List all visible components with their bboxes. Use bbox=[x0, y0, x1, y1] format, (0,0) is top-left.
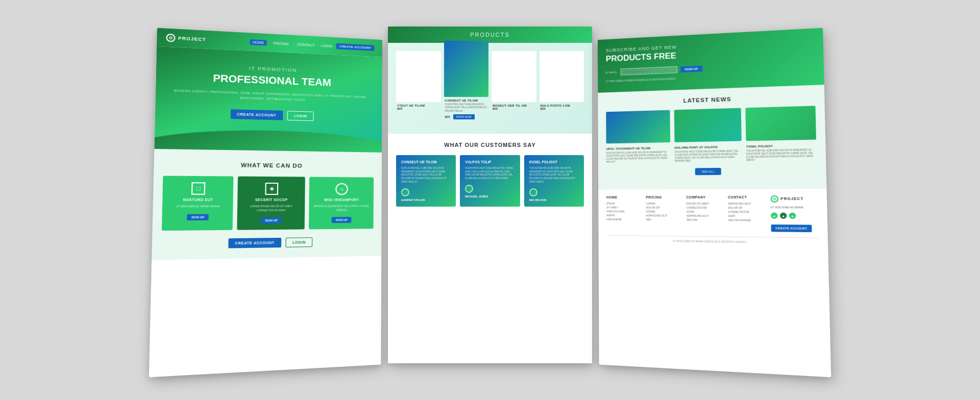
testimonial-1-avatar bbox=[401, 188, 409, 196]
footer-home-link-2[interactable]: SIT AMET bbox=[606, 206, 642, 209]
customers-title: WHAT OUR CUSTOMERS SAY bbox=[396, 142, 584, 148]
service-card-2-title: SECERIT SOCOP bbox=[255, 198, 288, 202]
logo-text: PROJECT bbox=[178, 36, 206, 42]
product-1-info: YTEUT UE TILOM $25 bbox=[396, 102, 441, 112]
footer-company-link-1[interactable]: DOLOR SIT AMET bbox=[687, 202, 724, 205]
bottom-login-button[interactable]: LOGIN bbox=[285, 237, 312, 247]
footer-contact-link-2[interactable]: DOLOR SIT bbox=[728, 206, 766, 209]
footer-pricing-link-2[interactable]: DOLOR SIT bbox=[646, 206, 682, 209]
social-icon-3[interactable]: ● bbox=[789, 213, 796, 219]
footer-home-title: HOME bbox=[606, 195, 642, 199]
footer-contact-link-4[interactable]: ADIPI bbox=[728, 214, 766, 217]
testimonials: CONSEUT UE TILOM QUIS AUTEM VEL EUM IURE… bbox=[396, 155, 584, 207]
footer-contact-link-5[interactable]: SEO DIA NONUM bbox=[728, 218, 766, 222]
footer-create-button[interactable]: CREATE ACCOUNT bbox=[771, 224, 812, 232]
product-1-price: $25 bbox=[397, 107, 440, 110]
footer-home-link-3[interactable]: HISECTETUER bbox=[606, 210, 642, 213]
footer-pricing-link-4[interactable]: ADIPISCING ELIT bbox=[646, 214, 682, 217]
footer-company-link-2[interactable]: CONSECTETUR bbox=[687, 206, 724, 209]
service-card-3-text: MAGNA ALIQUAM ERAT VO-LUTPAT. UT WISI EN… bbox=[313, 205, 370, 212]
testimonial-2-name: MICHAEL JONES bbox=[465, 195, 514, 198]
product-2-price: $25 bbox=[445, 115, 450, 118]
testimonial-3-avatar bbox=[529, 188, 537, 196]
footer-col-home: HOME IPSUM SIT AMET HISECTETUER ADIPIS I… bbox=[606, 195, 642, 231]
news-item-3-title: YSSEL POLISOT bbox=[746, 143, 817, 147]
subscribe-section: SUBSCRIBE AND GET NEW PRODUCTS FREE E-MA… bbox=[598, 28, 824, 93]
nav-contact[interactable]: CONTACT bbox=[295, 41, 317, 48]
footer-col-brand: PROJECT UT WISI ENIM AD MINIM ● ● ● CREA… bbox=[770, 195, 818, 232]
social-icon-2[interactable]: ● bbox=[780, 213, 787, 219]
footer-home-link-4[interactable]: ADIPIS bbox=[606, 214, 642, 217]
nav-login[interactable]: LOGIN bbox=[321, 44, 332, 48]
footer-pricing-title: PRICING bbox=[646, 195, 682, 199]
social-icon-1[interactable]: ● bbox=[771, 213, 778, 219]
products-section: YTEUT UE TILOM $25 CONSEUT UE TILOM VULP… bbox=[388, 43, 592, 134]
testimonial-1-name: HARPER TAYLOR bbox=[401, 198, 451, 202]
hero-buttons: CREATE ACCOUNT LOGIN bbox=[166, 108, 372, 123]
footer-contact-title: CONTACT bbox=[728, 195, 766, 199]
service-card-1-btn[interactable]: SIGN UP bbox=[187, 214, 209, 220]
services-cards: □ NOSTURD EUT UT WISI ENIM AD MINIM VENA… bbox=[162, 176, 374, 231]
footer-home-link-5[interactable]: IAM NONUM bbox=[606, 218, 642, 221]
product-2-desc: VULPUTATE VELIT ESSE MOLESTIE CONSE-QUAT… bbox=[445, 103, 488, 113]
product-3: MOSEUT UER TIL OM $25 bbox=[492, 51, 536, 121]
product-2-name: CONSEUT UE TILOM bbox=[445, 99, 488, 102]
nav-pricing[interactable]: PRICING bbox=[271, 40, 291, 47]
news-images bbox=[606, 106, 816, 143]
product-3-info: MOSEUT UER TIL OM $25 bbox=[492, 102, 536, 112]
email-input[interactable] bbox=[621, 66, 678, 76]
footer-grid: HOME IPSUM SIT AMET HISECTETUER ADIPIS I… bbox=[606, 195, 818, 232]
service-card-3-btn[interactable]: SIGN UP bbox=[331, 217, 351, 223]
footer-pricing-link-1[interactable]: LOREM bbox=[646, 202, 682, 205]
services-section: WHAT WE CAN DO □ NOSTURD EUT UT WISI ENI… bbox=[152, 148, 382, 260]
shop-now-button[interactable]: SHOP NOW bbox=[453, 114, 475, 119]
news-item-2-title: DOLORE PORT UT VULPOS bbox=[675, 145, 742, 149]
product-1-image bbox=[396, 51, 441, 102]
nav-create-account-button[interactable]: CREATE ACCOUNT bbox=[336, 43, 374, 51]
circle-icon: ○ bbox=[335, 183, 348, 195]
footer-company-title: COMPANY bbox=[686, 195, 723, 199]
bottom-create-button[interactable]: CREATE ACCOUNT bbox=[228, 238, 281, 248]
footer-company-link-5[interactable]: SEO DIA bbox=[687, 218, 724, 221]
page-mockup-2: PRODUCTS YTEUT UE TILOM $25 CONSEUT UE T… bbox=[388, 27, 592, 363]
footer-col-company: COMPANY DOLOR SIT AMET CONSECTETUR CONS … bbox=[686, 195, 724, 232]
product-4-image bbox=[540, 51, 584, 102]
service-card-1: □ NOSTURD EUT UT WISI ENIM AD MINIM VENA… bbox=[162, 176, 233, 231]
footer-section: HOME IPSUM SIT AMET HISECTETUER ADIPIS I… bbox=[598, 189, 828, 251]
footer-home-link-1[interactable]: IPSUM bbox=[606, 202, 642, 205]
customers-section: WHAT OUR CUSTOMERS SAY CONSEUT UE TILOM … bbox=[388, 134, 592, 215]
product-3-price: $25 bbox=[493, 107, 535, 110]
signup-button[interactable]: SIGN UP bbox=[680, 66, 702, 72]
product-4-info: NULA POSTO LOM $25 bbox=[540, 102, 584, 112]
product-2-featured: CONSEUT UE TILOM VULPUTATE VELIT ESSE MO… bbox=[444, 46, 489, 121]
social-icons: ● ● ● bbox=[771, 213, 818, 219]
footer-pricing-link-5[interactable]: SED bbox=[646, 218, 682, 221]
nav-home[interactable]: HOME bbox=[250, 39, 267, 45]
footer-company-link-3[interactable]: CONS bbox=[687, 210, 724, 213]
hero-create-button[interactable]: CREATE ACCOUNT bbox=[230, 109, 283, 120]
testimonial-1-title: CONSEUT UE TILOM bbox=[401, 160, 451, 164]
testimonial-3-text: TUS AUTEM VEL EUM IURE DOLOR IN HENDRERI… bbox=[529, 167, 579, 184]
footer-contact-link-1[interactable]: ADIPISCING EUIT bbox=[728, 202, 766, 205]
star-icon: ★ bbox=[265, 183, 278, 195]
service-card-3-title: WISI VENIAMPORT bbox=[324, 198, 359, 202]
product-4-price: $25 bbox=[541, 107, 583, 110]
footer-logo-icon bbox=[770, 195, 778, 202]
see-all-button[interactable]: SEE ALL bbox=[695, 168, 721, 175]
page-mockup-3: SUBSCRIBE AND GET NEW PRODUCTS FREE E-MA… bbox=[598, 28, 831, 378]
hero-login-button[interactable]: LOGIN bbox=[287, 111, 314, 121]
footer-bottom: UT WISI ENIM AD MINIM VENAM QUS NOSTRUD … bbox=[607, 235, 819, 244]
news-item-2: DOLORE PORT UT VULPOS VULPUTATE VELIT ES… bbox=[675, 145, 742, 163]
service-card-2-btn[interactable]: SIGN UP bbox=[261, 217, 282, 223]
footer-desc: UT WISI ENIM AD MINIM bbox=[771, 206, 818, 210]
footer-col-contact: CONTACT ADIPISCING EUIT DOLOR SIT CONSEC… bbox=[728, 195, 767, 232]
service-card-1-text: UT WISI ENIM AD MINIM VENAM bbox=[176, 205, 219, 209]
testimonial-2-title: VULPOS TOLIP bbox=[465, 160, 514, 164]
footer-contact-link-3[interactable]: CONSECTETUR bbox=[728, 210, 766, 213]
email-label: E-MAIL bbox=[606, 71, 618, 74]
product-4: NULA POSTO LOM $25 bbox=[540, 51, 584, 121]
news-item-1-text: QUIS AUTEM VEL EUM IURE DOLOR IN HENDRER… bbox=[606, 151, 671, 164]
footer-logo-text: PROJECT bbox=[780, 197, 803, 201]
footer-pricing-link-3[interactable]: CONSE bbox=[646, 210, 682, 213]
footer-company-link-4[interactable]: ADIPISCING ELIT bbox=[687, 214, 724, 217]
